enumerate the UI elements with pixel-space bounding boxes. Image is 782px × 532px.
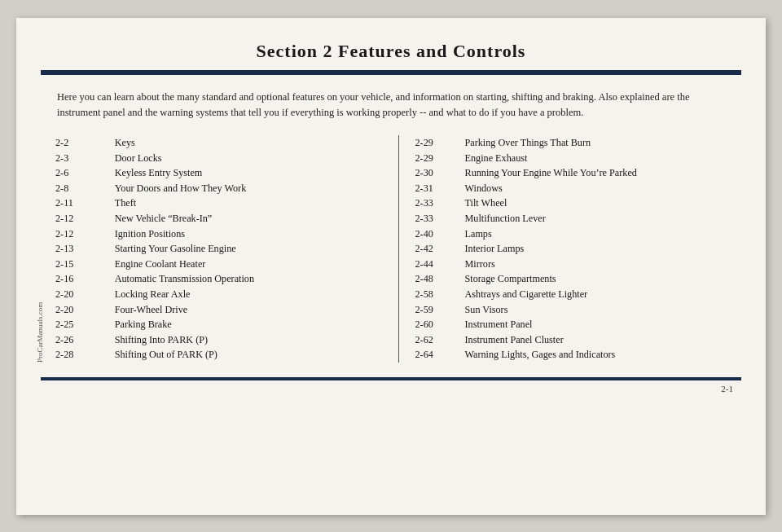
list-item: 2-64 Warning Lights, Gages and Indicator… (415, 348, 742, 363)
list-item: 2-42 Interior Lamps (415, 241, 742, 257)
page-number-cell: 2-58 (415, 287, 465, 302)
topic-cell: Warning Lights, Gages and Indicators (465, 348, 741, 363)
list-item: 2-16 Automatic Transmission Operation (55, 272, 382, 288)
topic-cell: New Vehicle “Break-In” (115, 211, 382, 226)
list-item: 2-33 Multifunction Lever (415, 211, 742, 226)
list-item: 2-29 Parking Over Things That Burn (415, 135, 742, 151)
topic-cell: Shifting Out of PARK (P) (115, 348, 382, 363)
page-number-cell: 2-16 (55, 272, 115, 288)
topic-cell: Multifunction Lever (465, 211, 741, 226)
watermark-label: ProCarManuals.com (33, 135, 47, 363)
page-number-cell: 2-2 (55, 135, 115, 151)
list-item: 2-40 Lamps (415, 226, 742, 242)
topic-cell: Interior Lamps (465, 241, 741, 257)
topic-cell: Four-Wheel Drive (115, 302, 382, 318)
list-item: 2-30 Running Your Engine While You’re Pa… (415, 165, 742, 181)
list-item: 2-11 Theft (55, 196, 382, 212)
topic-cell: Instrument Panel (465, 317, 741, 332)
page-number-cell: 2-30 (415, 165, 465, 181)
topic-cell: Running Your Engine While You’re Parked (465, 165, 741, 181)
page-number-cell: 2-25 (55, 317, 115, 332)
right-column: 2-29 Parking Over Things That Burn 2-29 … (399, 135, 750, 363)
page-header: Section 2 Features and Controls (16, 18, 766, 70)
page-number-cell: 2-8 (55, 181, 115, 196)
page-number-cell: 2-12 (55, 211, 115, 226)
page-number-cell: 2-28 (55, 348, 115, 363)
page-number-cell: 2-60 (415, 317, 465, 332)
topic-cell: Mirrors (465, 257, 741, 272)
page-number-cell: 2-20 (55, 287, 115, 302)
list-item: 2-12 New Vehicle “Break-In” (55, 211, 382, 226)
intro-text: Here you can learn about the many standa… (16, 75, 766, 131)
list-item: 2-44 Mirrors (415, 257, 742, 272)
topic-cell: Sun Visors (465, 302, 741, 318)
topic-cell: Lamps (465, 226, 741, 242)
page-number-cell: 2-42 (415, 241, 465, 257)
page-number-cell: 2-15 (55, 257, 115, 272)
page-number-cell: 2-20 (55, 302, 115, 318)
list-item: 2-28 Shifting Out of PARK (P) (55, 348, 382, 363)
page-number-cell: 2-6 (55, 165, 115, 181)
list-item: 2-33 Tilt Wheel (415, 196, 742, 212)
list-item: 2-2 Keys (55, 135, 382, 151)
topic-cell: Instrument Panel Cluster (465, 332, 741, 348)
topic-cell: Windows (465, 181, 741, 196)
list-item: 2-6 Keyless Entry System (55, 165, 382, 181)
page: Section 2 Features and Controls Here you… (16, 18, 766, 515)
list-item: 2-20 Four-Wheel Drive (55, 302, 382, 318)
list-item: 2-59 Sun Visors (415, 302, 742, 318)
page-number-cell: 2-11 (55, 196, 115, 212)
columns-wrapper: 2-2 Keys 2-3 Door Locks 2-6 Keyless Entr… (47, 135, 749, 363)
footer: 2-1 (16, 380, 766, 398)
page-number-cell: 2-64 (415, 348, 465, 363)
page-number-cell: 2-40 (415, 226, 465, 242)
content-area: ProCarManuals.com 2-2 Keys 2-3 Door Lock… (16, 130, 766, 371)
topic-cell: Locking Rear Axle (115, 287, 382, 302)
list-item: 2-12 Ignition Positions (55, 226, 382, 242)
list-item: 2-13 Starting Your Gasoline Engine (55, 241, 382, 257)
list-item: 2-31 Windows (415, 181, 742, 196)
list-item: 2-60 Instrument Panel (415, 317, 742, 332)
left-toc-table: 2-2 Keys 2-3 Door Locks 2-6 Keyless Entr… (55, 135, 382, 363)
page-number-cell: 2-33 (415, 211, 465, 226)
topic-cell: Starting Your Gasoline Engine (115, 241, 382, 257)
right-toc-table: 2-29 Parking Over Things That Burn 2-29 … (415, 135, 742, 363)
list-item: 2-25 Parking Brake (55, 317, 382, 332)
page-number-cell: 2-26 (55, 332, 115, 348)
page-number-cell: 2-44 (415, 257, 465, 272)
page-number-cell: 2-59 (415, 302, 465, 318)
topic-cell: Ignition Positions (115, 226, 382, 242)
list-item: 2-26 Shifting Into PARK (P) (55, 332, 382, 348)
topic-cell: Automatic Transmission Operation (115, 272, 382, 288)
list-item: 2-58 Ashtrays and Cigarette Lighter (415, 287, 742, 302)
topic-cell: Door Locks (115, 151, 382, 166)
list-item: 2-48 Storage Compartments (415, 272, 742, 288)
topic-cell: Parking Over Things That Burn (465, 135, 741, 151)
page-title: Section 2 Features and Controls (49, 41, 733, 62)
left-column: 2-2 Keys 2-3 Door Locks 2-6 Keyless Entr… (47, 135, 399, 363)
page-number-cell: 2-13 (55, 241, 115, 257)
page-number-cell: 2-31 (415, 181, 465, 196)
topic-cell: Keyless Entry System (115, 165, 382, 181)
list-item: 2-20 Locking Rear Axle (55, 287, 382, 302)
list-item: 2-15 Engine Coolant Heater (55, 257, 382, 272)
page-number-cell: 2-48 (415, 272, 465, 288)
list-item: 2-8 Your Doors and How They Work (55, 181, 382, 196)
list-item: 2-29 Engine Exhaust (415, 151, 742, 166)
topic-cell: Engine Exhaust (465, 151, 741, 166)
topic-cell: Parking Brake (115, 317, 382, 332)
topic-cell: Your Doors and How They Work (115, 181, 382, 196)
list-item: 2-3 Door Locks (55, 151, 382, 166)
list-item: 2-62 Instrument Panel Cluster (415, 332, 742, 348)
page-number-cell: 2-33 (415, 196, 465, 212)
topic-cell: Storage Compartments (465, 272, 741, 288)
topic-cell: Keys (115, 135, 382, 151)
page-number-cell: 2-62 (415, 332, 465, 348)
page-number-cell: 2-12 (55, 226, 115, 242)
topic-cell: Theft (115, 196, 382, 212)
topic-cell: Ashtrays and Cigarette Lighter (465, 287, 741, 302)
topic-cell: Engine Coolant Heater (115, 257, 382, 272)
page-number: 2-1 (721, 384, 733, 394)
page-number-cell: 2-3 (55, 151, 115, 166)
topic-cell: Tilt Wheel (465, 196, 741, 212)
